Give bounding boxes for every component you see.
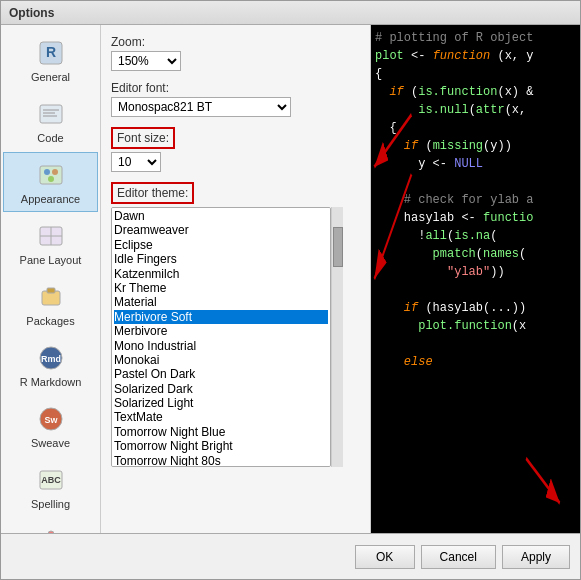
- scrollbar-thumb: [333, 227, 343, 267]
- sweave-label: Sweave: [31, 437, 70, 449]
- svg-text:Rmd: Rmd: [41, 354, 61, 364]
- panel-container: Zoom: 150% 100% 125% 175% 200% Editor fo…: [101, 25, 580, 533]
- content-area: R General Code: [1, 25, 580, 533]
- zoom-select-row: 150% 100% 125% 175% 200%: [111, 51, 360, 71]
- title-bar: Options: [1, 1, 580, 25]
- general-icon: R: [35, 37, 67, 69]
- apply-button[interactable]: Apply: [502, 545, 570, 569]
- bottom-bar: OK Cancel Apply: [1, 533, 580, 579]
- svg-line-31: [526, 458, 560, 503]
- window-title: Options: [9, 6, 54, 20]
- sidebar-item-gitsvn[interactable]: Git/SVN: [3, 518, 98, 533]
- font-size-select[interactable]: 10 8 9 11 12 14: [111, 152, 161, 172]
- code-line-13: pmatch(names(: [375, 245, 576, 263]
- ok-button[interactable]: OK: [355, 545, 415, 569]
- code-line-1: # plotting of R object: [375, 29, 576, 47]
- font-select-row: Monospac821 BT: [111, 97, 360, 117]
- pane-layout-label: Pane Layout: [20, 254, 82, 266]
- theme-group: Editor theme: Dawn Dreamweaver Eclipse I…: [111, 182, 360, 467]
- spelling-label: Spelling: [31, 498, 70, 510]
- options-panel: Zoom: 150% 100% 125% 175% 200% Editor fo…: [101, 25, 371, 533]
- font-select[interactable]: Monospac821 BT: [111, 97, 291, 117]
- gitsvn-icon: [35, 525, 67, 533]
- rmarkdown-icon: Rmd: [35, 342, 67, 374]
- svg-point-7: [44, 169, 50, 175]
- sidebar-item-appearance[interactable]: Appearance: [3, 152, 98, 212]
- code-line-14: "ylab")): [375, 263, 576, 281]
- options-window: Options R General: [0, 0, 581, 580]
- code-line-7: if (missing(y)): [375, 137, 576, 155]
- font-group: Editor font: Monospac821 BT: [111, 81, 360, 117]
- font-label: Editor font:: [111, 81, 360, 95]
- code-line-11: hasylab <- functio: [375, 209, 576, 227]
- code-line-16: if (hasylab(...)): [375, 299, 576, 317]
- packages-icon: [35, 281, 67, 313]
- zoom-select[interactable]: 150% 100% 125% 175% 200%: [111, 51, 181, 71]
- code-line-2: plot <- function (x, y: [375, 47, 576, 65]
- code-preview: # plotting of R object plot <- function …: [371, 25, 580, 533]
- code-line-17: plot.function(x: [375, 317, 576, 335]
- code-line-5: is.null(attr(x,: [375, 101, 576, 119]
- code-line-10: # check for ylab a: [375, 191, 576, 209]
- packages-label: Packages: [26, 315, 74, 327]
- font-size-label: Font size:: [117, 131, 169, 145]
- sidebar-item-sweave[interactable]: Sw Sweave: [3, 396, 98, 456]
- sidebar-item-general[interactable]: R General: [3, 30, 98, 90]
- sidebar-item-code[interactable]: Code: [3, 91, 98, 151]
- zoom-label: Zoom:: [111, 35, 360, 49]
- pane-layout-icon: [35, 220, 67, 252]
- sidebar-item-pane-layout[interactable]: Pane Layout: [3, 213, 98, 273]
- theme-scrollbar[interactable]: [331, 207, 343, 467]
- font-size-select-row: 10 8 9 11 12 14: [111, 152, 360, 172]
- code-line-12: !all(is.na(: [375, 227, 576, 245]
- code-icon: [35, 98, 67, 130]
- theme-list-container: Dawn Dreamweaver Eclipse Idle Fingers Ka…: [111, 207, 360, 467]
- code-line-18: [375, 335, 576, 353]
- code-line-15: [375, 281, 576, 299]
- code-line-9: [375, 173, 576, 191]
- svg-text:Sw: Sw: [44, 415, 58, 425]
- svg-point-8: [52, 169, 58, 175]
- sidebar-item-rmarkdown[interactable]: Rmd R Markdown: [3, 335, 98, 395]
- code-line-19: else: [375, 353, 576, 371]
- sidebar-item-packages[interactable]: Packages: [3, 274, 98, 334]
- general-label: General: [31, 71, 70, 83]
- svg-rect-14: [47, 288, 55, 293]
- appearance-label: Appearance: [21, 193, 80, 205]
- svg-text:R: R: [45, 44, 55, 60]
- theme-label: Editor theme:: [117, 186, 188, 200]
- sidebar: R General Code: [1, 25, 101, 533]
- svg-rect-2: [40, 105, 62, 123]
- cancel-button[interactable]: Cancel: [421, 545, 496, 569]
- code-label: Code: [37, 132, 63, 144]
- appearance-icon: [35, 159, 67, 191]
- font-size-group: Font size: 10 8 9 11 12 14: [111, 127, 360, 172]
- sweave-icon: Sw: [35, 403, 67, 435]
- theme-list[interactable]: Dawn Dreamweaver Eclipse Idle Fingers Ka…: [111, 207, 331, 467]
- rmarkdown-label: R Markdown: [20, 376, 82, 388]
- code-line-8: y <- NULL: [375, 155, 576, 173]
- zoom-group: Zoom: 150% 100% 125% 175% 200%: [111, 35, 360, 71]
- code-line-4: if (is.function(x) &: [375, 83, 576, 101]
- spelling-icon: ABC: [35, 464, 67, 496]
- svg-text:ABC: ABC: [41, 475, 61, 485]
- code-line-3: {: [375, 65, 576, 83]
- code-line-6: {: [375, 119, 576, 137]
- sidebar-item-spelling[interactable]: ABC Spelling: [3, 457, 98, 517]
- svg-point-9: [48, 176, 54, 182]
